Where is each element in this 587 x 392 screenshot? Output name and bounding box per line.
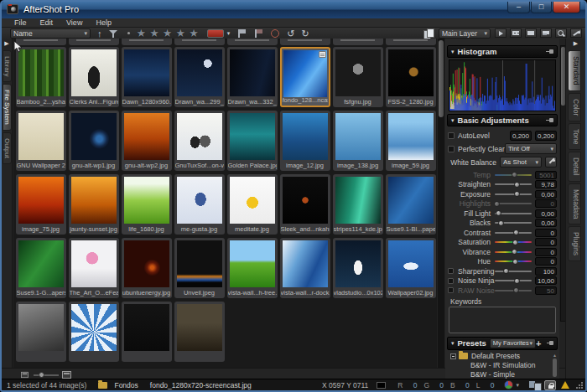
temp-value[interactable]: 5001 [535,171,557,179]
vibrance-slider-track[interactable] [495,251,532,253]
preset-b-w-ir-simulation[interactable]: B&W - IR Simulation [445,361,559,370]
sharpening-checkbox[interactable] [448,268,454,274]
thumbnail-gnutuxsof-on-v1-jpg[interactable]: GnuTuxSof...on-v1.jpg [174,111,225,171]
thumbnail-clipped[interactable] [16,302,66,362]
scroll-up-icon[interactable]: ▴ [552,352,558,358]
thumbnail-clipped[interactable] [386,39,436,45]
title-bar[interactable]: AfterShot Pro – □ ✕ [2,2,585,18]
menu-view[interactable]: View [60,18,88,27]
autolevel-high-value[interactable]: 0,200 [535,131,557,141]
presets-scrollbar[interactable]: ▴ [552,352,558,379]
raw-noise-value[interactable]: 50 [535,286,557,295]
basic-adjustments-header[interactable]: ▾ Basic Adjustments [447,114,558,126]
temp-slider-handle[interactable] [512,172,517,178]
single-image-view-icon[interactable] [525,28,537,38]
thumbnail-fss-2-1280-jpg[interactable]: FSS-2_1280.jpg [386,47,436,107]
thumbnail-vladstudio-0x1024-jpg[interactable]: vladstudio...0x1024.jpg [333,238,383,298]
tab-metadata[interactable]: Metadata [568,183,581,224]
tint-dropdown[interactable]: Tint Off ▾ [505,143,557,154]
large-thumbnail-icon[interactable] [62,371,71,379]
histogram-header[interactable]: ▾ Histogram [447,45,558,58]
pin-icon[interactable] [546,49,553,54]
preset-folder-row[interactable]: Default Presets [445,352,559,361]
thumbnail-suse9-1-bl-papers-jpg[interactable]: Suse9.1-Bl...papers.jpg [386,174,436,235]
star-icon[interactable]: ★ [149,28,159,39]
thumbnail-image-59-jpg[interactable]: image_59.jpg [386,111,436,171]
blacks-slider-track[interactable] [495,222,532,224]
thumbnail-the-art-o-efear-jpg[interactable]: The_Art_O...eFear.jpg [69,238,119,298]
filter-icon[interactable] [109,29,117,38]
thumbnail-wallpaper02-jpg[interactable]: Wallpaper02.jpg [386,238,436,298]
tab-file-system[interactable]: File System [3,84,12,131]
sort-field-dropdown[interactable]: Name ▾ [10,28,91,39]
thumbnail-bamboo-2-ysha-jpg[interactable]: Bamboo_2...ysha.jpg [16,47,66,107]
collapse-icon[interactable]: ▾ [451,340,455,347]
menu-file[interactable]: File [8,18,33,27]
autolevel-low-value[interactable]: 0,200 [510,131,532,141]
flag-reject-icon[interactable] [271,29,280,38]
tab-standard[interactable]: Standard [568,50,581,91]
thumbnail-fsfgnu-jpg[interactable]: fsfgnu.jpg [333,47,383,107]
collapse-folder-icon[interactable] [450,353,456,359]
thumbnail-vista-wall-h-tree-jpg[interactable]: vista-wall...h-tree.jpg [227,238,278,298]
thumbnail-clerks-ani-figure-jpg[interactable]: Clerks Ani...Figure.jpg [69,47,119,107]
exposure-slider-track[interactable] [495,193,532,195]
flag-clear-icon[interactable] [254,29,263,38]
white-balance-dropdown[interactable]: As Shot ▾ [500,157,542,168]
blacks-slider-handle[interactable] [498,220,504,226]
thumbnail-image-12-jpg[interactable]: image_12.jpg [280,111,330,171]
pin-icon[interactable] [546,117,553,123]
thumbnail-size-handle[interactable] [39,372,44,378]
close-button[interactable]: ✕ [553,2,580,13]
collapse-right-panel-icon[interactable]: ▶ [566,40,585,47]
fit-to-screen-icon[interactable] [570,28,582,38]
sharpening-slider-track[interactable] [495,271,532,272]
tab-output[interactable]: Output [3,132,12,164]
hue-slider-track[interactable] [495,260,532,262]
thumbnail-clipped[interactable] [174,302,225,362]
thumbnail-unveil-jpeg[interactable]: Unveil.jpeg [174,238,225,298]
fill-light-slider-handle[interactable] [496,210,501,216]
straighten-slider-handle[interactable] [514,182,520,188]
rotate-left-icon[interactable]: ↺ [287,28,294,39]
thumbnail-sleek-and-nkahn-jpg[interactable]: Sleek_and...nkahn.jpg [280,174,330,235]
vibrance-value[interactable]: 0 [535,248,557,256]
presets-header[interactable]: ▾ Presets My Favorites ▾ + [447,337,558,350]
thumbnail-me-gusta-jpg[interactable]: me-gusta.jpg [174,174,225,235]
chevron-down-icon[interactable]: ▾ [516,382,519,389]
thumbnail-clipped[interactable] [280,39,330,45]
combined-view-icon[interactable] [540,28,552,38]
thumbnail-suse9-1-g-apers-jpg[interactable]: Suse9.1-G...apers.jpg [16,238,66,298]
star-icon[interactable]: ★ [189,28,199,39]
thumbnail-clipped[interactable] [69,39,119,45]
white-balance-eyedropper-button[interactable] [545,157,557,168]
menu-help[interactable]: Help [90,18,117,27]
collapse-icon[interactable]: ▾ [451,117,455,124]
warning-icon[interactable] [561,381,569,389]
maximize-button[interactable]: □ [531,2,552,13]
blacks-value[interactable]: 0,00 [535,219,557,227]
lock-icon[interactable] [544,380,556,390]
noise-ninja-value[interactable]: 10,00 [535,276,557,285]
saturation-value[interactable]: 0 [535,238,557,246]
star-icon[interactable]: ★ [137,28,147,39]
thumbnail-clipped[interactable] [69,302,119,362]
small-thumbnail-icon[interactable] [21,372,29,378]
grid-scrollbar[interactable] [438,39,444,368]
resize-grip[interactable] [576,382,583,389]
contrast-value[interactable]: 0 [535,229,557,237]
vibrance-slider-handle[interactable] [512,249,517,255]
temp-slider-track[interactable] [495,174,532,176]
thumbnail-clipped[interactable] [122,39,172,45]
grid-scrollbar-thumb[interactable] [439,40,444,117]
fill-light-slider-track[interactable] [495,213,532,214]
straighten-slider-track[interactable] [495,183,532,185]
noise-ninja-slider-track[interactable] [495,280,532,281]
raw-noise-slider-handle[interactable] [513,287,519,293]
highlights-value[interactable]: 0 [535,199,557,208]
saturation-slider-handle[interactable] [512,240,518,245]
thumbnail-image-138-jpg[interactable]: image_138.jpg [333,111,383,171]
color-label-dropdown-icon[interactable]: ▾ [227,28,231,39]
thumbnail-image-75-jpg[interactable]: image_75.jpg [16,174,66,235]
tab-library[interactable]: Library [3,50,12,82]
